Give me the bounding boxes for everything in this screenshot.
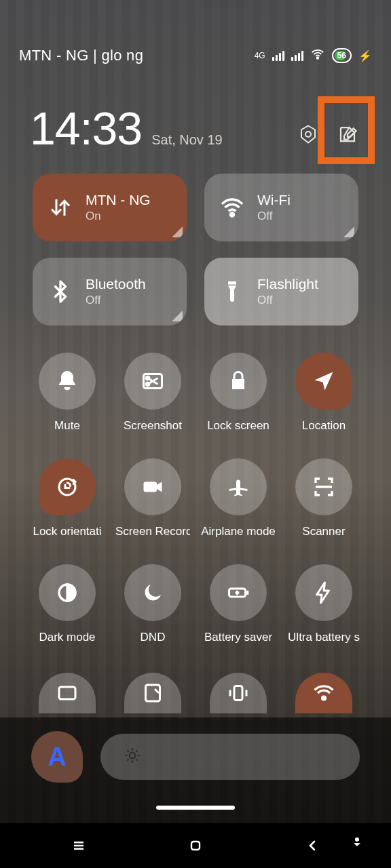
lock-screen-toggle[interactable]: Lock screen (198, 353, 278, 433)
svg-point-0 (316, 57, 318, 59)
quick-toggles: Mute Screenshot Lock screen Location Loc… (0, 353, 391, 644)
home-button[interactable] (182, 832, 209, 859)
svg-point-14 (130, 753, 136, 759)
status-bar: MTN - NG | glo ng 4G 56 ⚡ (0, 0, 391, 73)
expand-button[interactable] (343, 829, 371, 856)
notes-toggle[interactable] (113, 673, 193, 713)
tile-subtitle: Off (86, 294, 146, 307)
clock-row: 14:33 Sat, Nov 19 (0, 102, 391, 155)
settings-button[interactable] (295, 121, 322, 148)
bluetooth-icon (48, 279, 73, 304)
bell-icon (55, 369, 79, 393)
toggle-label: Dark mode (39, 631, 95, 644)
svg-rect-10 (59, 687, 75, 699)
svg-point-5 (146, 382, 149, 386)
clock-date: Sat, Nov 19 (151, 132, 223, 155)
toggle-label: Mute (54, 419, 80, 433)
scanner-toggle[interactable]: Scanner (284, 458, 364, 538)
airplane-icon (226, 475, 250, 499)
wifi-tile[interactable]: Wi-Fi Off (204, 174, 358, 241)
scissors-icon (141, 369, 165, 393)
dark-mode-toggle[interactable]: Dark mode (27, 564, 107, 644)
brightness-icon (124, 747, 141, 767)
svg-point-4 (146, 376, 149, 380)
screen-recorder-toggle[interactable]: Screen Record (113, 458, 193, 538)
signal-icon-2 (291, 51, 303, 61)
toggle-label: Ultra battery s (288, 631, 360, 644)
svg-rect-17 (74, 848, 83, 850)
tile-title: Flashlight (257, 276, 318, 292)
battery-plus-icon (226, 580, 250, 605)
tile-title: Bluetooth (86, 276, 146, 292)
battery-indicator: 56 (332, 48, 352, 63)
scan-icon (312, 475, 336, 499)
charging-icon: ⚡ (358, 50, 372, 62)
tile-subtitle: On (86, 210, 151, 223)
lightning-icon (312, 580, 336, 605)
svg-point-2 (231, 213, 234, 216)
airplane-mode-toggle[interactable]: Airplane mode (198, 458, 278, 538)
wifi-status-icon (310, 47, 325, 64)
cast-toggle[interactable] (27, 673, 107, 713)
toggle-label: Screenshot (124, 419, 182, 433)
back-button[interactable] (299, 832, 326, 859)
toggle-label: Screen Record (115, 525, 190, 538)
lock-orientation-toggle[interactable]: Lock orientati (27, 458, 107, 538)
wifi-icon (219, 195, 245, 220)
toggle-label: Lock orientati (33, 525, 101, 538)
flashlight-tile[interactable]: Flashlight Off (204, 258, 358, 326)
svg-rect-18 (191, 842, 200, 850)
tile-subtitle: Off (257, 294, 318, 307)
network-type: 4G (255, 52, 265, 59)
video-icon (141, 475, 165, 499)
vibrate-icon (226, 681, 250, 705)
toggle-label: Location (302, 419, 346, 433)
hotspot-toggle[interactable] (284, 673, 364, 713)
mobile-data-icon (48, 195, 73, 220)
carrier-label: MTN - NG | glo ng (19, 47, 143, 64)
battery-saver-toggle[interactable]: Battery saver (198, 564, 278, 644)
location-toggle[interactable]: Location (284, 353, 364, 433)
tile-title: MTN - NG (86, 192, 151, 208)
svg-rect-15 (74, 842, 83, 844)
toggle-label: Airplane mode (201, 525, 276, 538)
moon-icon (141, 580, 165, 605)
toggle-label: Battery saver (204, 631, 272, 644)
dnd-toggle[interactable]: DND (113, 564, 193, 644)
auto-brightness-toggle[interactable]: A (31, 731, 83, 783)
mute-toggle[interactable]: Mute (27, 353, 107, 433)
screenshot-toggle[interactable]: Screenshot (113, 353, 193, 433)
auto-brightness-label: A (48, 743, 66, 772)
vibration-toggle[interactable] (198, 673, 278, 713)
quick-toggles-row-4 (0, 673, 391, 713)
tile-subtitle: Off (257, 210, 291, 223)
note-edit-icon (141, 681, 165, 705)
quick-tiles: MTN - NG On Wi-Fi Off Bluetooth Off Flas… (0, 174, 391, 326)
status-icons: 4G 56 ⚡ (255, 47, 372, 64)
location-icon (312, 369, 336, 393)
home-indicator[interactable] (156, 806, 235, 810)
recents-button[interactable] (65, 832, 92, 859)
navigation-bar (0, 823, 391, 868)
edit-button[interactable] (334, 121, 361, 148)
svg-point-19 (355, 837, 359, 842)
toggle-label: Lock screen (207, 419, 269, 433)
rotation-lock-icon (55, 475, 79, 499)
svg-rect-16 (74, 845, 83, 847)
svg-point-13 (322, 696, 326, 700)
svg-rect-7 (144, 482, 157, 492)
svg-point-1 (305, 132, 311, 137)
cast-icon (55, 681, 79, 705)
toggle-label: DND (141, 631, 166, 644)
toggle-label: Scanner (302, 525, 345, 538)
bluetooth-tile[interactable]: Bluetooth Off (33, 258, 187, 326)
brightness-slider[interactable] (100, 734, 360, 780)
signal-icon (272, 51, 284, 61)
mobile-data-tile[interactable]: MTN - NG On (33, 174, 187, 241)
lock-icon (226, 369, 250, 393)
ultra-battery-toggle[interactable]: Ultra battery s (284, 564, 364, 644)
clock-time: 14:33 (30, 102, 142, 155)
flashlight-icon (219, 279, 245, 304)
hotspot-icon (312, 681, 336, 705)
svg-rect-12 (234, 686, 242, 701)
